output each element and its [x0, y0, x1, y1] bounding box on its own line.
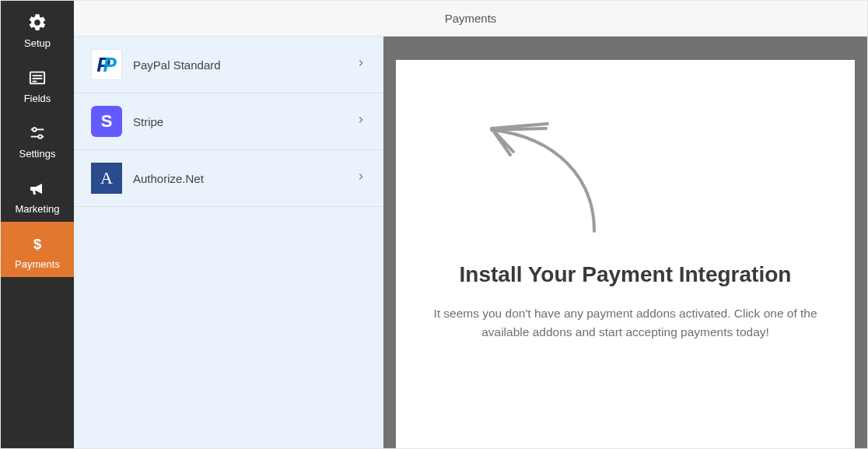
svg-point-5 [33, 128, 37, 132]
svg-text:$: $ [33, 236, 41, 252]
provider-label: Stripe [133, 115, 355, 128]
chevron-right-icon [355, 114, 366, 128]
sliders-icon [26, 122, 48, 144]
sidebar-item-label: Fields [24, 93, 51, 103]
empty-state-card: Install Your Payment Integration It seem… [396, 60, 855, 448]
page-header: Payments [74, 1, 867, 37]
sidebar-item-label: Marketing [15, 204, 59, 214]
sidebar-item-payments[interactable]: $ Payments [1, 222, 74, 277]
sidebar-item-label: Payments [15, 259, 60, 269]
empty-state-heading: Install Your Payment Integration [460, 262, 792, 287]
main-area: Payments PP PayPal Standard S [74, 1, 867, 448]
svg-point-7 [38, 135, 42, 139]
sidebar-item-setup[interactable]: Setup [1, 1, 74, 56]
chevron-right-icon [355, 171, 366, 185]
provider-row-authorizenet[interactable]: A Authorize.Net [74, 150, 383, 207]
paypal-icon: PP [91, 49, 122, 80]
preview-panel: Install Your Payment Integration It seem… [383, 37, 867, 448]
list-icon [26, 67, 48, 89]
sidebar-item-settings[interactable]: Settings [1, 111, 74, 167]
stripe-icon: S [91, 106, 122, 137]
sidebar: Setup Fields Settings Marketing $ Paymen… [1, 1, 74, 448]
gear-icon [26, 12, 48, 33]
provider-list: PP PayPal Standard S Stripe [74, 37, 383, 448]
bullhorn-icon [26, 177, 48, 199]
sidebar-item-marketing[interactable]: Marketing [1, 167, 74, 222]
provider-label: PayPal Standard [133, 58, 355, 72]
arrow-illustration [470, 107, 625, 239]
page-title: Payments [445, 12, 497, 25]
chevron-right-icon [355, 58, 366, 72]
provider-row-paypal[interactable]: PP PayPal Standard [74, 37, 383, 93]
dollar-icon: $ [26, 233, 48, 254]
empty-state-body: It seems you don't have any payment addo… [427, 304, 824, 342]
app-root: Setup Fields Settings Marketing $ Paymen… [0, 0, 868, 449]
sidebar-item-label: Setup [24, 38, 51, 48]
provider-label: Authorize.Net [133, 172, 355, 185]
authorize-net-icon: A [91, 163, 122, 194]
sidebar-item-fields[interactable]: Fields [1, 56, 74, 111]
content-area: PP PayPal Standard S Stripe [74, 37, 867, 448]
sidebar-item-label: Settings [19, 149, 56, 159]
provider-row-stripe[interactable]: S Stripe [74, 93, 383, 150]
